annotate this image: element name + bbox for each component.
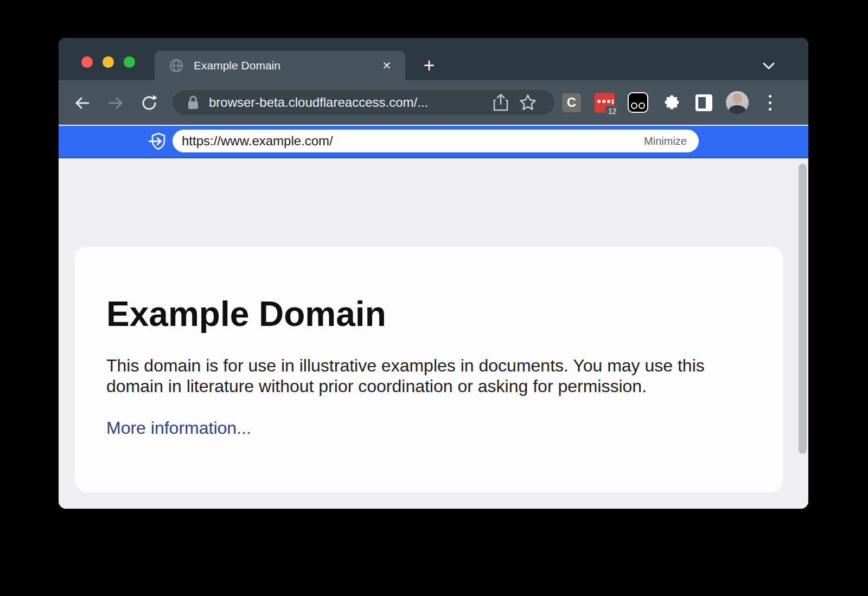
back-button[interactable]	[72, 92, 93, 114]
tab-strip: Example Domain ✕ +	[59, 38, 808, 80]
lock-icon	[187, 95, 200, 110]
browser-window: Example Domain ✕ +	[59, 38, 808, 509]
minimize-window-button[interactable]	[103, 56, 114, 68]
reload-button[interactable]	[138, 92, 160, 114]
page-viewport: Example Domain This domain is for use in…	[59, 158, 808, 509]
share-icon[interactable]	[492, 93, 510, 112]
kebab-menu-icon	[769, 95, 771, 111]
zoom-window-button[interactable]	[124, 56, 135, 68]
page-paragraph: This domain is for use in illustrative e…	[106, 355, 729, 396]
shield-arrow-icon	[147, 132, 170, 151]
extension-badge: 12	[605, 106, 619, 117]
extensions-row: C 12	[555, 80, 787, 125]
scrollbar-thumb[interactable]	[799, 164, 807, 454]
omnibox-url-text: browser-beta.cloudflareaccess.com/...	[209, 95, 492, 110]
side-panel-button[interactable]	[695, 94, 712, 111]
tab-title: Example Domain	[194, 59, 378, 72]
globe-favicon-icon	[169, 59, 183, 73]
close-tab-icon[interactable]: ✕	[378, 57, 395, 74]
chevron-down-icon[interactable]	[760, 60, 778, 72]
traffic-lights	[81, 56, 135, 68]
omnibox[interactable]: browser-beta.cloudflareaccess.com/...	[173, 90, 554, 115]
minimize-bar-button[interactable]: Minimize	[644, 135, 687, 148]
tab-example-domain[interactable]: Example Domain ✕	[155, 51, 405, 80]
password-manager-extension-icon[interactable]: 12	[595, 93, 615, 113]
navigation-toolbar: browser-beta.cloudflareaccess.com/...	[59, 80, 808, 125]
password-dots-icon	[597, 99, 614, 104]
bookmark-star-icon[interactable]	[519, 93, 537, 112]
isolation-url-bar: Minimize	[173, 130, 699, 152]
isolation-bar: Minimize	[59, 125, 808, 158]
camera-extension-icon[interactable]	[628, 92, 648, 113]
isolation-url-input[interactable]	[182, 133, 644, 149]
extensions-puzzle-button[interactable]	[654, 93, 687, 112]
forward-button[interactable]	[105, 92, 126, 114]
close-window-button[interactable]	[81, 56, 93, 68]
page-title: Example Domain	[106, 294, 750, 335]
browser-menu-button[interactable]	[754, 95, 787, 111]
new-tab-button[interactable]: +	[417, 53, 442, 78]
extension-c-icon[interactable]: C	[562, 93, 581, 112]
profile-avatar[interactable]	[726, 91, 749, 114]
example-domain-card: Example Domain This domain is for use in…	[75, 247, 783, 492]
more-information-link[interactable]: More information...	[106, 418, 251, 438]
